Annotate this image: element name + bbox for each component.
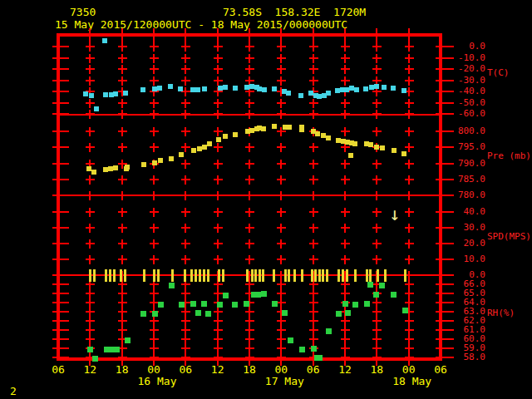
grid-plus-mark [408, 326, 410, 335]
grid-plus-mark [376, 224, 377, 233]
grid-plus-mark [408, 344, 410, 353]
grid-tick-mark [52, 179, 69, 180]
data-point-wind_speed [311, 269, 313, 282]
data-point-temperature [354, 87, 359, 92]
data-point-temperature [401, 88, 406, 93]
grid-plus-mark [185, 308, 186, 317]
x-tick-label: 18 [365, 364, 388, 376]
grid-tick-mark [52, 283, 69, 285]
grid-plus-mark [408, 87, 410, 96]
x-tick-label: 18 [238, 364, 261, 376]
data-point-wind_speed [346, 269, 348, 282]
grid-plus-mark [344, 127, 346, 136]
grid-plus-mark [185, 191, 186, 200]
grid-tick-mark [52, 329, 69, 331]
data-point-relative_humidity [367, 282, 373, 288]
grid-tick-mark [52, 311, 69, 313]
grid-plus-mark [217, 326, 219, 335]
grid-plus-mark [153, 99, 155, 108]
data-point-pressure [401, 151, 406, 156]
data-point-wind_speed [369, 269, 372, 282]
grid-plus-mark [121, 65, 123, 74]
data-point-temperature [113, 91, 118, 96]
data-point-temperature [140, 87, 145, 92]
grid-tick-mark [52, 347, 69, 349]
grid-plus-mark [408, 271, 410, 280]
grid-tick-mark [52, 163, 69, 165]
data-point-relative_humidity [288, 337, 293, 343]
grid-plus-mark [313, 255, 314, 264]
data-point-temperature [233, 86, 238, 91]
data-point-relative_humidity [205, 311, 211, 317]
grid-plus-mark [344, 224, 346, 233]
grid-tick-mark [52, 195, 69, 196]
grid-plus-mark [89, 289, 91, 298]
grid-plus-mark [153, 65, 155, 74]
data-point-temperature [83, 91, 88, 96]
grid-plus-mark [121, 127, 123, 136]
grid-plus-mark [344, 42, 346, 52]
x-tick-label: 12 [333, 364, 357, 376]
grid-plus-mark [185, 127, 186, 136]
grid-plus-mark [153, 54, 155, 63]
grid-plus-mark [89, 54, 91, 63]
data-point-pressure [348, 153, 353, 158]
grid-plus-mark [249, 42, 250, 52]
grid-plus-mark [280, 160, 282, 169]
grid-plus-mark [217, 255, 219, 264]
grid-plus-mark [344, 326, 346, 335]
grid-plus-mark [344, 317, 346, 326]
grid-plus-mark [185, 99, 186, 108]
grid-plus-mark [313, 160, 314, 169]
grid-plus-mark [313, 175, 314, 185]
data-point-pressure [113, 165, 118, 170]
grid-plus-mark [313, 289, 314, 298]
grid-plus-mark [121, 42, 123, 52]
grid-plus-mark [121, 308, 123, 317]
data-point-relative_humidity [169, 283, 175, 288]
data-point-pressure [287, 125, 292, 130]
panel-label: Pre (mb) [487, 151, 531, 161]
grid-plus-mark [313, 326, 314, 335]
grid-plus-mark [121, 224, 123, 233]
grid-plus-mark [217, 308, 219, 317]
grid-plus-mark [153, 224, 155, 233]
data-point-temperature [157, 86, 162, 91]
grid-plus-mark [280, 326, 282, 335]
data-point-wind_speed [105, 269, 107, 282]
data-point-relative_humidity [125, 337, 131, 343]
data-point-temperature [244, 85, 249, 90]
grid-plus-mark [376, 326, 377, 335]
y-tick-label: -20.0 [444, 64, 485, 74]
grid-plus-mark [185, 298, 186, 308]
grid-plus-mark [344, 76, 346, 86]
data-point-relative_humidity [342, 301, 348, 307]
grid-plus-mark [89, 99, 91, 108]
data-point-pressure [169, 156, 174, 161]
data-point-pressure [336, 138, 341, 143]
grid-tick-mark [52, 146, 69, 148]
grid-plus-mark [185, 160, 186, 169]
grid-plus-mark [121, 289, 123, 298]
y-tick-label: 20.0 [444, 239, 485, 249]
data-point-temperature [123, 91, 128, 96]
grid-plus-mark [313, 239, 314, 249]
grid-plus-mark [313, 76, 314, 86]
grid-plus-mark [376, 335, 377, 344]
grid-plus-mark [185, 54, 186, 63]
grid-plus-mark [217, 208, 219, 217]
grid-plus-mark [89, 353, 91, 362]
grid-plus-mark [121, 298, 123, 308]
grid-plus-mark [121, 99, 123, 108]
grid-plus-mark [121, 191, 123, 200]
data-point-relative_humidity [152, 311, 158, 317]
data-point-pressure [315, 131, 320, 136]
grid-tick-mark [52, 259, 69, 260]
grid-plus-mark [153, 353, 155, 362]
grid-plus-mark [408, 353, 410, 362]
grid-plus-mark [280, 208, 282, 217]
x-tick-label: 12 [206, 364, 229, 376]
grid-plus-mark [280, 239, 282, 249]
grid-plus-mark [121, 76, 123, 86]
grid-plus-mark [408, 143, 410, 152]
